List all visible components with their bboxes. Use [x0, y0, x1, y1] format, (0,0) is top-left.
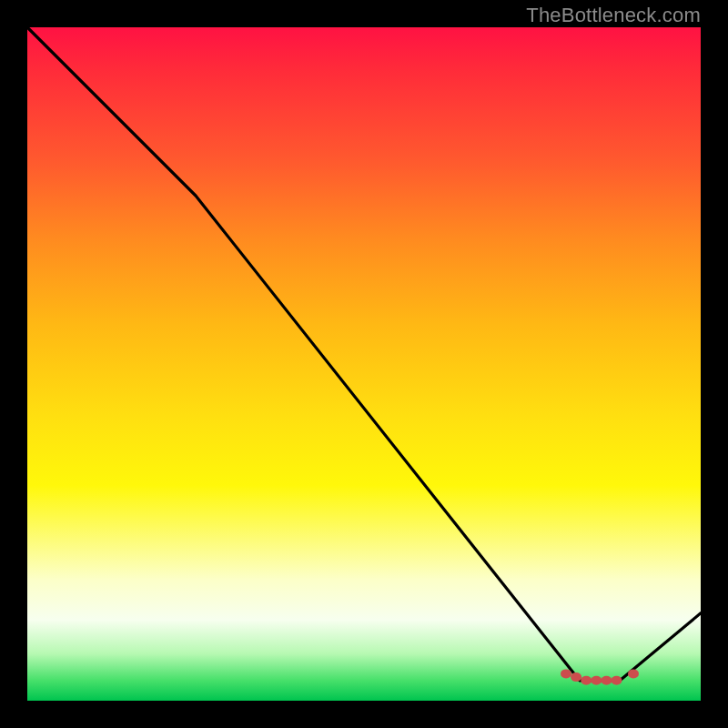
- marker-dot: [601, 676, 612, 685]
- bottleneck-curve: [27, 27, 701, 681]
- marker-dot: [581, 676, 592, 685]
- chart-overlay: [0, 0, 728, 728]
- marker-dot: [571, 672, 581, 682]
- marker-dot: [561, 669, 571, 678]
- marker-dot: [628, 669, 639, 678]
- marker-dot: [591, 676, 602, 685]
- marker-dot: [612, 676, 622, 685]
- chart-frame: TheBottleneck.com: [0, 0, 728, 728]
